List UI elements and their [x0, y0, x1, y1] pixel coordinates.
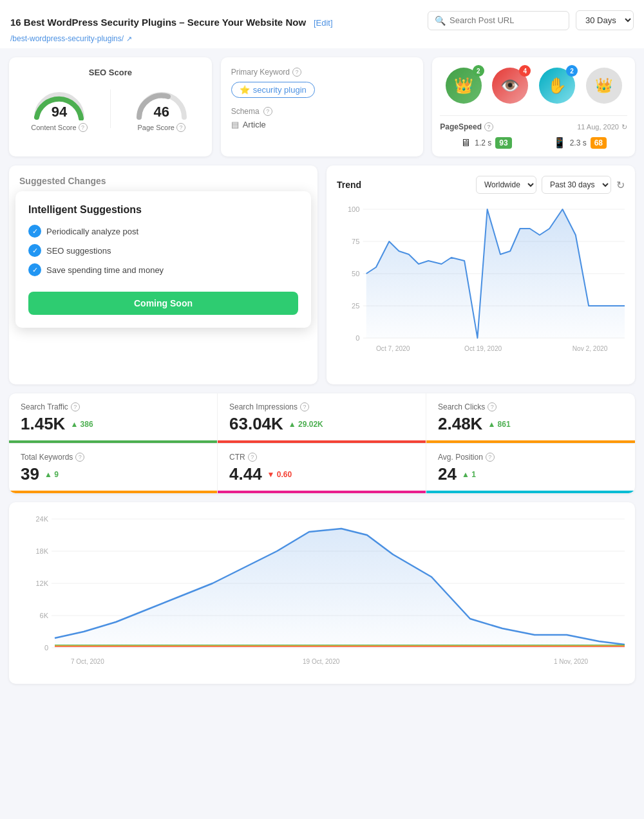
trend-refresh-icon[interactable]: ↻ [616, 179, 625, 191]
position-value: 24 [438, 464, 457, 484]
seo-score-card: SEO Score 94 Content Score [9, 57, 212, 156]
page-score-info-icon[interactable]: ? [176, 123, 185, 132]
trend-title: Trend [337, 180, 471, 190]
svg-text:12K: 12K [35, 579, 48, 587]
impressions-info-icon[interactable]: ? [300, 402, 309, 411]
suggested-title: Suggested Changes [19, 176, 307, 186]
pagespeed-date: 11 Aug, 2020 [577, 123, 619, 131]
content-score-number: 94 [52, 104, 67, 120]
mobile-score: 68 [591, 137, 607, 149]
check-icon-2: ✓ [28, 244, 41, 257]
icon-crown-green[interactable]: 👑 2 [446, 68, 482, 104]
mobile-time: 2.3 s [570, 138, 587, 147]
date-range-select[interactable]: 30 Days [576, 10, 634, 30]
suggested-changes-card: Suggested Changes 1 es That G... 2 ebsit… [9, 165, 317, 384]
keywords-info-icon[interactable]: ? [75, 453, 84, 462]
clicks-change: ▲ 861 [488, 420, 510, 429]
impressions-bar [218, 440, 426, 443]
content-score-info-icon[interactable]: ? [79, 123, 88, 132]
clicks-info-icon[interactable]: ? [488, 402, 497, 411]
ctr-value: 4.44 [229, 464, 262, 484]
desktop-time: 1.2 s [475, 138, 491, 147]
ctr-info-icon[interactable]: ? [248, 453, 257, 462]
stat-search-traffic: Search Traffic ? 1.45K ▲ 386 [9, 393, 218, 443]
score-divider [110, 89, 111, 128]
svg-text:50: 50 [352, 270, 359, 278]
overlay-item-2: ✓ SEO suggestions [28, 244, 298, 257]
svg-text:Nov 2, 2020: Nov 2, 2020 [573, 345, 608, 352]
check-icon-1: ✓ [28, 225, 41, 238]
ctr-bar [218, 491, 426, 493]
position-change: ▲ 1 [462, 470, 476, 479]
desktop-icon: 🖥 [460, 137, 471, 149]
icon-hand-teal[interactable]: ✋ 2 [539, 68, 575, 104]
search-input[interactable] [450, 15, 553, 25]
page-title: 16 Best WordPress Security Plugins – Sec… [10, 17, 306, 28]
stats-row-2: Total Keywords ? 39 ▲ 9 CTR ? 4.44 ▼ 0.6… [9, 444, 635, 493]
svg-text:Oct 7, 2020: Oct 7, 2020 [376, 345, 410, 352]
pagespeed-info-icon[interactable]: ? [484, 122, 493, 131]
page-score-label: Page Score [137, 124, 174, 131]
header-title-row: 16 Best WordPress Security Plugins – Sec… [10, 6, 634, 34]
search-box: 🔍 [428, 11, 569, 30]
icon-crown-gray[interactable]: 👑 [586, 68, 622, 104]
schema-label: Schema [231, 107, 260, 116]
stat-search-clicks: Search Clicks ? 2.48K ▲ 861 [426, 393, 635, 443]
svg-text:0: 0 [44, 644, 48, 652]
keywords-bar [9, 491, 217, 493]
svg-text:1 Nov, 2020: 1 Nov, 2020 [554, 658, 589, 665]
keywords-value: 39 [21, 464, 39, 484]
external-link-icon[interactable]: ↗ [126, 35, 132, 43]
traffic-change: ▲ 386 [70, 420, 93, 429]
position-info-icon[interactable]: ? [486, 453, 495, 462]
ctr-change: ▼ 0.60 [267, 470, 292, 479]
trend-card: Trend Worldwide Past 30 days ↻ [327, 165, 635, 384]
stat-search-impressions: Search Impressions ? 63.04K ▲ 29.02K [218, 393, 426, 443]
schema-info-icon[interactable]: ? [263, 107, 272, 116]
keyword-badge[interactable]: ⭐ security plugin [231, 82, 315, 98]
clicks-bar [426, 440, 635, 443]
traffic-info-icon[interactable]: ? [71, 402, 80, 411]
stat-avg-position: Avg. Position ? 24 ▲ 1 [426, 444, 635, 493]
keyword-label: Primary Keyword ? [231, 68, 413, 77]
svg-text:6K: 6K [40, 612, 49, 619]
keyword-value: security plugin [253, 85, 307, 95]
stats-row-1: Search Traffic ? 1.45K ▲ 386 Search Impr… [9, 393, 635, 443]
traffic-value: 1.45K [21, 414, 65, 434]
clicks-value: 2.48K [438, 414, 482, 434]
svg-text:19 Oct, 2020: 19 Oct, 2020 [303, 658, 340, 665]
bottom-chart-card: 24K 18K 12K 6K 0 7 Oct, 2020 19 Oct, 202… [9, 502, 635, 684]
stat-ctr: CTR ? 4.44 ▼ 0.60 [218, 444, 426, 493]
trend-chart: 100 75 50 25 0 Oct 7, 2020 Oct 19, 2020 … [337, 203, 625, 357]
refresh-pagespeed-icon[interactable]: ↻ [621, 123, 627, 131]
intelligent-suggestions-overlay: Intelligent Suggestions ✓ Periodically a… [15, 191, 311, 328]
seo-score-title: SEO Score [19, 68, 202, 77]
svg-text:24K: 24K [35, 515, 48, 523]
desktop-score: 93 [495, 137, 511, 149]
search-icon: 🔍 [435, 15, 446, 26]
schema-type-icon: ▤ [231, 120, 239, 129]
icon-badge-4: 4 [519, 65, 531, 77]
pagespeed-title: PageSpeed [440, 122, 482, 131]
trend-location-select[interactable]: Worldwide [476, 176, 536, 194]
svg-text:25: 25 [352, 302, 359, 310]
subtitle-url[interactable]: /best-wordpress-security-plugins/ [10, 34, 124, 43]
stat-total-keywords: Total Keywords ? 39 ▲ 9 [9, 444, 218, 493]
icon-eye-red[interactable]: 👁️ 4 [492, 68, 528, 104]
position-bar [426, 491, 635, 493]
edit-link[interactable]: [Edit] [314, 18, 333, 28]
keywords-change: ▲ 9 [44, 470, 59, 479]
coming-soon-button[interactable]: Coming Soon [28, 292, 298, 315]
svg-text:0: 0 [355, 334, 359, 342]
keyword-info-icon[interactable]: ? [292, 68, 301, 77]
content-score-gauge: 94 Content Score ? [30, 85, 88, 132]
star-icon: ⭐ [240, 85, 250, 95]
impressions-value: 63.04K [229, 414, 283, 434]
svg-text:18K: 18K [35, 547, 48, 555]
trend-period-select[interactable]: Past 30 days [542, 176, 611, 194]
icon-badge-2: 2 [473, 65, 484, 77]
overlay-item-3: ✓ Save spending time and money [28, 263, 298, 276]
icons-pagespeed-card: 👑 2 👁️ 4 ✋ 2 👑 PageSp [432, 57, 635, 156]
svg-text:75: 75 [352, 238, 359, 245]
page-score-gauge: 46 Page Score ? [133, 85, 191, 132]
